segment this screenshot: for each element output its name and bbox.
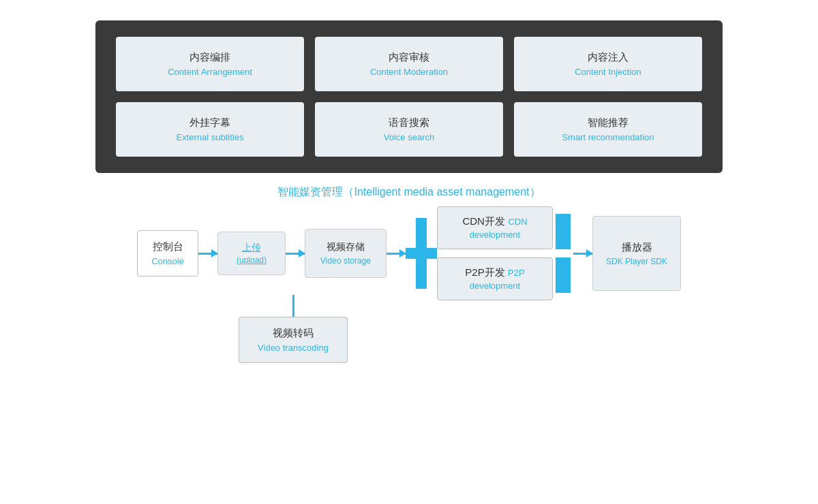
arrow-4 xyxy=(573,253,592,255)
smart-recommendation-box: 智能推荐 Smart recommendation xyxy=(514,102,702,157)
middle-label: 智能媒资管理（Intelligent media asset managemen… xyxy=(277,185,540,200)
smart-recommendation-en: Smart recommendation xyxy=(562,132,654,142)
content-injection-en: Content Injection xyxy=(575,67,641,77)
cdn-box: CDN开发 CDN development xyxy=(437,206,553,249)
blue-square-bottom xyxy=(556,257,571,293)
content-moderation-cn: 内容审核 xyxy=(389,51,429,64)
arrow-1 xyxy=(198,253,217,255)
transcode-section: 视频转码 Video transcoding xyxy=(239,295,348,363)
main-arch-row: 控制台 Console 上传 (upload) 视频存储 Video stora… xyxy=(34,206,784,300)
external-subtitles-box: 外挂字幕 External subtitles xyxy=(116,102,304,157)
upload-cn[interactable]: 上传 xyxy=(242,242,261,254)
content-moderation-box: 内容审核 Content Moderation xyxy=(315,37,503,91)
main-container: 内容编排 Content Arrangement 内容审核 Content Mo… xyxy=(34,20,784,484)
transcode-vline xyxy=(292,295,294,317)
voice-search-en: Voice search xyxy=(384,132,434,142)
storage-cn: 视频存储 xyxy=(327,241,365,253)
arrow-2 xyxy=(286,253,305,255)
blue-square-top xyxy=(556,214,571,249)
storage-en: Video storage xyxy=(320,256,371,266)
cdn-p2p-group: CDN开发 CDN development P2P开发 P2P developm… xyxy=(437,206,553,300)
player-cn: 播放器 xyxy=(622,241,652,254)
voice-search-cn: 语音搜索 xyxy=(389,116,429,129)
player-en: SDK Player SDK xyxy=(606,257,667,266)
blue-connectors xyxy=(556,218,571,289)
upload-en[interactable]: (upload) xyxy=(237,255,267,265)
transcode-box: 视频转码 Video transcoding xyxy=(239,317,348,363)
content-injection-cn: 内容注入 xyxy=(588,51,628,64)
content-arrangement-cn: 内容编排 xyxy=(190,51,230,64)
p2p-cn: P2P开发 xyxy=(465,266,504,278)
console-en: Console xyxy=(151,256,184,266)
player-box: 播放器 SDK Player SDK xyxy=(592,216,681,291)
transcode-cn: 视频转码 xyxy=(273,327,314,340)
smart-recommendation-cn: 智能推荐 xyxy=(588,116,628,129)
content-moderation-en: Content Moderation xyxy=(370,67,448,77)
console-box: 控制台 Console xyxy=(137,230,198,277)
architecture-wrapper: 控制台 Console 上传 (upload) 视频存储 Video stora… xyxy=(34,206,784,363)
console-cn: 控制台 xyxy=(153,240,183,253)
arrow-3 xyxy=(387,253,406,255)
p2p-box: P2P开发 P2P development xyxy=(437,257,553,300)
upload-box: 上传 (upload) xyxy=(217,232,286,275)
external-subtitles-en: External subtitles xyxy=(177,132,244,142)
top-section: 内容编排 Content Arrangement 内容审核 Content Mo… xyxy=(95,20,723,173)
transcode-en: Video transcoding xyxy=(258,343,329,353)
cdn-cn: CDN开发 xyxy=(462,215,505,227)
voice-search-box: 语音搜索 Voice search xyxy=(315,102,503,157)
storage-box: 视频存储 Video storage xyxy=(305,229,387,278)
plus-connector xyxy=(406,218,437,289)
content-arrangement-en: Content Arrangement xyxy=(168,67,252,77)
content-arrangement-box: 内容编排 Content Arrangement xyxy=(116,37,304,91)
content-injection-box: 内容注入 Content Injection xyxy=(514,37,702,91)
external-subtitles-cn: 外挂字幕 xyxy=(190,116,230,129)
